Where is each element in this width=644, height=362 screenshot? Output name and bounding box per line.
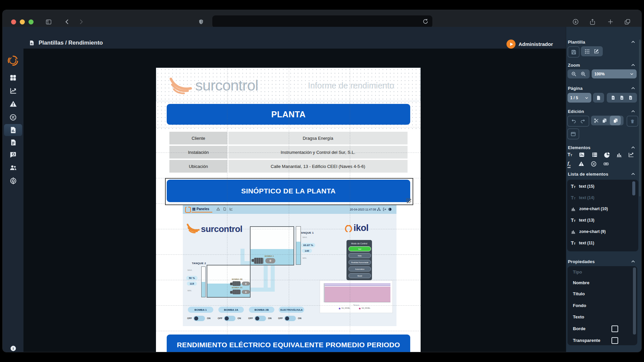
prop-fondo[interactable]: Fondo	[573, 303, 586, 308]
prop-texto[interactable]: Texto	[573, 314, 584, 319]
user-menu[interactable]: Administrador	[506, 40, 553, 49]
scada-alarm-icon[interactable]	[216, 207, 220, 211]
app-logo-icon[interactable]	[3, 55, 23, 67]
move-page-down-icon[interactable]	[620, 95, 624, 100]
add-line-chart-icon[interactable]	[628, 152, 634, 158]
save-template-button[interactable]	[568, 46, 580, 58]
add-bar-chart-icon[interactable]	[616, 152, 622, 158]
nav-globe-icon[interactable]	[3, 177, 23, 185]
add-pie-chart-icon[interactable]	[604, 152, 610, 158]
mode-button-ikol[interactable]: Ikol	[348, 246, 371, 251]
edit-template-icon[interactable]	[594, 49, 599, 54]
properties-scrollbar[interactable]	[633, 267, 636, 335]
nav-documents-icon[interactable]	[3, 139, 23, 146]
info-table-label[interactable]: Cliente	[169, 132, 227, 144]
scada-sitemap-icon[interactable]	[377, 207, 381, 211]
traffic-light-minimize[interactable]	[20, 19, 25, 24]
window-button[interactable]	[567, 128, 579, 139]
list-item-text14[interactable]: TTtext (14)	[571, 195, 594, 200]
mode-button-realidad-aumentada[interactable]: Realidad Aumentada	[348, 260, 371, 265]
list-item-text15[interactable]: TTtext (15)	[571, 184, 594, 189]
copy-icon[interactable]	[602, 118, 607, 123]
resize-handle[interactable]	[406, 198, 411, 203]
mode-button-nido[interactable]: Nido	[348, 253, 371, 258]
collapse-elementos-icon[interactable]	[631, 145, 636, 150]
nav-report-templates-icon[interactable]	[3, 126, 23, 134]
nav-comments-icon[interactable]	[3, 151, 23, 159]
new-page-button[interactable]	[593, 93, 604, 103]
info-table-value[interactable]: Calle Manantial, 13 - Edificio CEEI (Nav…	[228, 160, 408, 173]
toggle-bomba2b[interactable]	[255, 316, 266, 321]
refresh-button[interactable]	[422, 18, 429, 25]
tab-overview-button[interactable]	[624, 18, 631, 25]
transparente-checkbox[interactable]	[611, 337, 618, 344]
section-banner-planta[interactable]: PLANTA	[167, 104, 410, 125]
collapse-edicion-icon[interactable]	[631, 109, 636, 114]
scada-tab-paneles[interactable]: Paneles	[197, 207, 209, 211]
url-bar[interactable]	[212, 15, 432, 28]
mode-button-skuld[interactable]: Skuld	[348, 273, 371, 278]
toggle-bomba2a[interactable]	[224, 316, 235, 321]
page-select[interactable]: 1 / 5	[568, 93, 591, 103]
back-button[interactable]	[64, 18, 70, 25]
cut-icon[interactable]	[594, 118, 599, 123]
prop-nombre[interactable]: Nombre	[573, 280, 589, 285]
add-alarm-icon[interactable]	[578, 161, 584, 167]
prop-titulo[interactable]: Título	[573, 291, 585, 296]
panel-scrollbar[interactable]	[639, 40, 641, 196]
list-item-text13[interactable]: TTtext (13)	[571, 218, 594, 223]
undo-icon[interactable]	[571, 119, 577, 124]
info-table-label[interactable]: Instalación	[169, 146, 227, 159]
add-image-icon[interactable]	[579, 152, 585, 158]
zoom-in-icon[interactable]	[581, 71, 586, 77]
info-table-value[interactable]: Dragsa Energía	[228, 132, 408, 144]
traffic-light-close[interactable]	[11, 19, 16, 24]
editor-canvas[interactable]: surcontrol Informe de rendimiento PLANTA…	[23, 49, 566, 352]
nav-dashboard-icon[interactable]	[3, 74, 23, 81]
shield-icon[interactable]	[198, 18, 204, 25]
traffic-light-zoom[interactable]	[29, 19, 34, 24]
report-header-block[interactable]: surcontrol Informe de rendimiento	[156, 68, 421, 101]
add-text-icon[interactable]: TT	[568, 152, 572, 157]
collapse-pagina-icon[interactable]	[631, 86, 636, 91]
list-item-text11[interactable]: TTtext (11)	[571, 241, 594, 245]
add-percent-icon[interactable]	[591, 161, 597, 167]
info-button[interactable]: i	[3, 345, 23, 352]
borde-checkbox[interactable]	[611, 325, 618, 332]
sidebar-toggle-icon[interactable]	[45, 19, 52, 25]
new-tab-button[interactable]	[607, 18, 614, 25]
section-banner-rendimiento[interactable]: RENDIMIENTO ELÉCTRICO EQUIVALENTE PROMED…	[167, 335, 410, 352]
collapse-zoom-icon[interactable]	[631, 63, 636, 68]
delete-element-button[interactable]	[627, 116, 638, 127]
forward-button[interactable]	[78, 18, 84, 25]
list-item-zonechart9[interactable]: zone-chart (9)	[571, 229, 606, 234]
add-formula-icon[interactable]: fx	[568, 161, 571, 168]
nav-charts-icon[interactable]	[3, 87, 23, 95]
info-table-label[interactable]: Ubicación	[169, 160, 227, 173]
grid-view-icon[interactable]	[585, 49, 590, 54]
toggle-bomba1[interactable]	[194, 316, 205, 321]
downloads-button[interactable]	[572, 18, 579, 25]
add-badge-icon[interactable]	[603, 161, 609, 167]
collapse-propiedades-icon[interactable]	[631, 259, 636, 264]
toggle-electrovalvula[interactable]	[284, 316, 296, 321]
paste-icon[interactable]	[610, 116, 621, 125]
list-item-zonechart10[interactable]: zone-chart (10)	[571, 206, 608, 211]
redo-icon[interactable]	[580, 119, 585, 124]
scada-doc-icon[interactable]	[223, 207, 226, 211]
collapse-lista-icon[interactable]	[631, 172, 636, 177]
move-page-up-icon[interactable]	[611, 95, 615, 100]
scada-chart-icon[interactable]	[229, 207, 233, 211]
document-page[interactable]: surcontrol Informe de rendimiento PLANTA…	[156, 68, 421, 352]
zoom-out-icon[interactable]	[571, 71, 577, 77]
collapse-plantilla-icon[interactable]	[631, 40, 636, 45]
nav-percent-icon[interactable]	[3, 114, 23, 121]
nav-users-icon[interactable]	[3, 164, 23, 171]
zoom-level-select[interactable]: 100%	[592, 69, 637, 78]
nav-alerts-icon[interactable]	[3, 100, 23, 108]
scada-panel-image[interactable]: Paneles 20-04-2023 11:47:08 surcontrol	[183, 205, 396, 326]
info-table-value[interactable]: Instrumentación y Control del Sur, S.L.	[228, 146, 408, 159]
section-banner-sinoptico[interactable]: SINÓPTICO DE LA PLANTA	[167, 180, 410, 202]
mode-button-automatico[interactable]: Automático	[348, 266, 371, 272]
add-table-icon[interactable]	[592, 152, 598, 158]
